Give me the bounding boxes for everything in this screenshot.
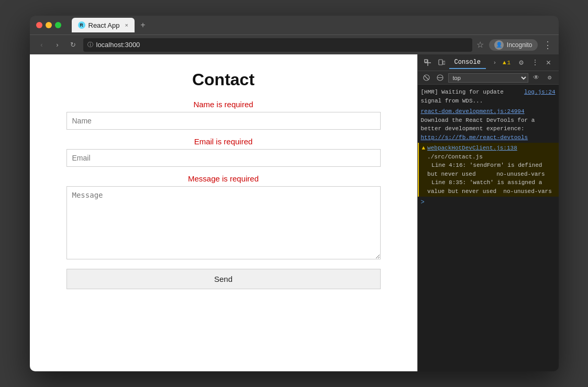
address-bar: ‹ › ↻ ⓘ localhost:3000 ☆ 👤 Incognito ⋮ [30, 35, 559, 54]
console-tab[interactable]: Console [449, 56, 486, 69]
contact-form-container: Contact Name is required Email is requir… [66, 70, 381, 289]
maximize-traffic-light[interactable] [55, 22, 61, 28]
devtools-toolbar: Console › ▲ 1 ⚙ ⋮ ✕ [418, 54, 559, 71]
page-title: Contact [66, 70, 381, 89]
webpack-hot-link[interactable]: webpackHotDevClient.js:138 [427, 145, 517, 151]
warning-icon: ▲ [422, 144, 426, 196]
console-settings-icon[interactable]: ⚙ [544, 72, 556, 84]
tab-favicon: R [78, 21, 85, 29]
inspect-element-button[interactable] [422, 57, 434, 69]
tab-title: React App [88, 21, 120, 29]
svg-rect-4 [443, 61, 445, 64]
incognito-avatar: 👤 [494, 40, 504, 50]
email-input[interactable] [66, 149, 381, 167]
address-input[interactable]: ⓘ localhost:3000 [83, 38, 472, 52]
name-input[interactable] [66, 112, 381, 130]
devtools-panel: Console › ▲ 1 ⚙ ⋮ ✕ [417, 54, 559, 371]
warning-count: 1 [507, 60, 511, 66]
send-button[interactable]: Send [66, 269, 381, 289]
console-line-warning: ▲ webpackHotDevClient.js:138 ./src/Conta… [418, 143, 559, 197]
new-tab-button[interactable]: + [137, 19, 149, 31]
warning-badge[interactable]: ▲ 1 [503, 60, 511, 66]
react-dom-link[interactable]: react-dom.development.js:24994 [421, 108, 525, 115]
context-select[interactable]: top [448, 73, 528, 83]
address-text: localhost:3000 [96, 41, 140, 49]
block-icon[interactable] [435, 72, 446, 84]
svg-rect-0 [425, 60, 427, 62]
console-output: [HMR] Waiting for update signal from WDS… [418, 85, 559, 371]
incognito-button[interactable]: 👤 Incognito [489, 39, 538, 51]
console-line-devtools: react-dom.development.js:24994 Download … [418, 106, 559, 143]
lock-icon: ⓘ [87, 41, 93, 49]
console-prompt[interactable]: > [418, 197, 559, 208]
devtools-secondary-toolbar: top 👁 ⚙ [418, 71, 559, 85]
chevron-right-icon[interactable]: › [489, 57, 501, 69]
active-tab[interactable]: R React App × [72, 18, 135, 32]
traffic-lights [36, 22, 61, 28]
back-button[interactable]: ‹ [36, 39, 48, 51]
incognito-label: Incognito [507, 41, 532, 49]
message-error: Message is required [66, 174, 381, 183]
tab-close-button[interactable]: × [125, 22, 128, 28]
browser-window: R React App × + ‹ › ↻ ⓘ localhost:3000 ☆… [30, 16, 559, 371]
eye-icon[interactable]: 👁 [530, 72, 542, 84]
svg-rect-3 [439, 60, 442, 65]
react-devtools-link[interactable]: http://s://fb.me/react-devtools [421, 134, 528, 141]
tab-bar: R React App × + [72, 18, 552, 32]
webpage: Contact Name is required Email is requir… [30, 54, 417, 371]
device-toolbar-button[interactable] [436, 57, 447, 69]
console-line-hmr: [HMR] Waiting for update signal from WDS… [418, 87, 559, 106]
email-error: Email is required [66, 137, 381, 146]
devtools-more-button[interactable]: ⋮ [529, 57, 541, 69]
log-js-link[interactable]: log.js:24 [524, 88, 555, 105]
forward-button[interactable]: › [52, 39, 63, 51]
reload-button[interactable]: ↻ [68, 39, 79, 51]
browser-menu-button[interactable]: ⋮ [543, 39, 552, 51]
close-traffic-light[interactable] [36, 22, 42, 28]
main-area: Contact Name is required Email is requir… [30, 54, 559, 371]
minimize-traffic-light[interactable] [46, 22, 52, 28]
title-bar: R React App × + [30, 16, 559, 35]
svg-line-6 [425, 76, 428, 79]
devtools-settings-button[interactable]: ⚙ [516, 57, 527, 69]
name-error: Name is required [66, 100, 381, 109]
toolbar-right: ☆ 👤 Incognito ⋮ [476, 39, 552, 51]
message-textarea[interactable] [66, 186, 381, 259]
devtools-close-button[interactable]: ✕ [543, 57, 554, 69]
clear-console-button[interactable] [421, 72, 432, 84]
warning-triangle-icon: ▲ [503, 60, 506, 66]
bookmark-icon[interactable]: ☆ [476, 40, 484, 50]
